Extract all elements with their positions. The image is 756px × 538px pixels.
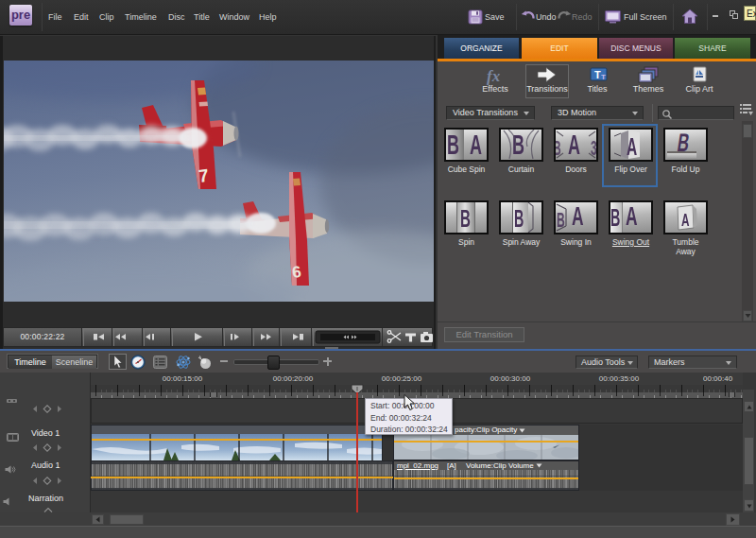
svg-text:T: T <box>594 69 601 80</box>
svg-text:T: T <box>601 73 606 81</box>
svg-text:fx: fx <box>487 67 501 85</box>
